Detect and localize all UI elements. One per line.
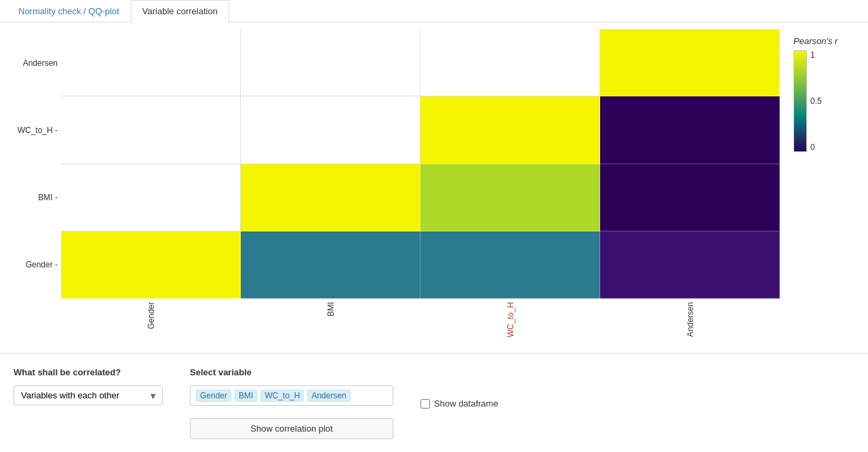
bottom-controls: What shall be correlated? Variables with…	[14, 367, 854, 439]
correlation-label: What shall be correlated?	[14, 367, 163, 377]
cell-2-3	[600, 164, 780, 231]
show-dataframe-group: Show dataframe	[420, 398, 498, 409]
tab-correlation[interactable]: Variable correlation	[131, 0, 229, 22]
bottom-panel: What shall be correlated? Variables with…	[0, 353, 868, 446]
legend-title: Pearson's r	[793, 36, 837, 46]
legend-gradient	[793, 50, 807, 152]
cell-2-2	[420, 164, 600, 231]
y-label-bmi: BMI -	[7, 164, 58, 231]
variable-select-box[interactable]: Gender BMI WC_to_H Andersen	[190, 385, 393, 406]
cell-0-2	[420, 29, 600, 96]
cell-0-0	[61, 29, 241, 96]
tab-bar: Normality check / QQ-plot Variable corre…	[0, 0, 868, 22]
dataframe-group: Show dataframe	[420, 367, 498, 409]
cell-2-0	[61, 164, 241, 231]
heatmap-with-yaxis: Andersen WC_to_H - BMI - Gender -	[7, 29, 780, 299]
y-axis: Andersen WC_to_H - BMI - Gender -	[7, 29, 61, 299]
main-content: Andersen WC_to_H - BMI - Gender -	[0, 22, 868, 446]
cell-1-3	[600, 96, 780, 164]
variable-label: Select variable	[190, 367, 393, 377]
cell-3-0	[61, 231, 241, 299]
var-tag-bmi: BMI	[235, 390, 257, 402]
y-label-wctoh: WC_to_H -	[7, 96, 58, 164]
cell-1-1	[241, 96, 420, 164]
legend-value-05: 0.5	[810, 96, 822, 106]
legend-value-1: 1	[810, 50, 822, 60]
show-dataframe-label: Show dataframe	[434, 398, 498, 409]
var-tag-wctoh: WC_to_H	[260, 390, 304, 402]
legend-with-labels: 1 0.5 0	[793, 50, 822, 152]
x-label-wctoh: WC_to_H	[420, 299, 600, 353]
legend: Pearson's r 1 0.5 0	[780, 29, 861, 353]
cell-1-2	[420, 96, 600, 164]
x-axis: Gender BMI WC_to_H Andersen	[61, 299, 780, 353]
cell-3-1	[241, 231, 420, 299]
y-label-andersen: Andersen	[7, 29, 58, 96]
correlation-select[interactable]: Variables with each other Variables with…	[14, 385, 163, 405]
show-correlation-plot-button[interactable]: Show correlation plot	[190, 418, 393, 439]
tab-normality[interactable]: Normality check / QQ-plot	[7, 0, 131, 22]
show-dataframe-checkbox[interactable]	[420, 399, 430, 409]
y-label-gender: Gender -	[7, 231, 58, 299]
cell-1-0	[61, 96, 241, 164]
correlation-dropdown-wrapper: Variables with each other Variables with…	[14, 385, 163, 405]
x-label-gender: Gender	[61, 299, 241, 353]
variable-group: Select variable Gender BMI WC_to_H Ander…	[190, 367, 393, 439]
var-tag-gender: Gender	[196, 390, 231, 402]
cell-2-1	[241, 164, 420, 231]
x-label-bmi: BMI	[241, 299, 420, 353]
heatmap-container: Andersen WC_to_H - BMI - Gender -	[7, 29, 780, 353]
legend-labels: 1 0.5 0	[810, 50, 822, 152]
cell-0-3	[600, 29, 780, 96]
chart-area: Andersen WC_to_H - BMI - Gender -	[0, 22, 868, 353]
legend-value-0: 0	[810, 143, 822, 152]
correlation-group: What shall be correlated? Variables with…	[14, 367, 163, 405]
cell-0-1	[241, 29, 420, 96]
cell-3-2	[420, 231, 600, 299]
cell-3-3	[600, 231, 780, 299]
heatmap-grid	[61, 29, 780, 299]
x-label-andersen: Andersen	[600, 299, 780, 353]
var-tag-andersen: Andersen	[307, 390, 350, 402]
